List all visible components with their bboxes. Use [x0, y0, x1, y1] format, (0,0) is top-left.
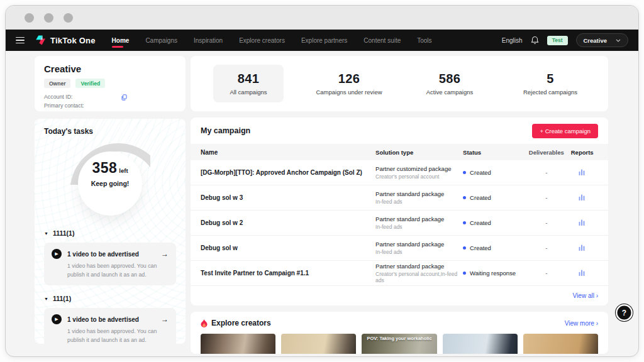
creator-thumbnail[interactable] — [443, 334, 518, 354]
creator-thumbnail[interactable]: POV: Taking your workaholic — [362, 334, 436, 354]
tasks-remaining-unit: left — [119, 167, 128, 174]
main-column: 841 All campaigns 126 Campaigns under re… — [191, 56, 608, 354]
window-control-dot[interactable] — [64, 13, 73, 23]
account-dropdown-label: Creative — [584, 37, 608, 44]
task-item[interactable]: ▶ 1 video to be advertised → 1 video has… — [44, 243, 176, 285]
status-text: Waiting response — [470, 270, 516, 277]
status-text: Created — [470, 169, 491, 176]
status-dot-icon — [463, 272, 466, 275]
view-all-link[interactable]: View all › — [573, 292, 598, 299]
task-group-toggle[interactable]: ▼ 111(1) — [44, 295, 176, 302]
top-navbar: TikTok One Home Campaigns Inspiration Ex… — [6, 30, 638, 51]
reports-chart-icon[interactable] — [579, 219, 586, 226]
task-item[interactable]: ▶ 1 video to be advertised → 1 video has… — [44, 308, 176, 344]
brand-logo[interactable]: TikTok One — [35, 35, 96, 45]
flame-icon — [201, 319, 208, 327]
deliverables-value: - — [526, 244, 566, 251]
table-row[interactable]: [DG-Morph][TTO]: Approved Anchor Campaig… — [191, 160, 608, 185]
nav-item[interactable]: Campaigns — [145, 31, 177, 50]
creator-thumbnails: POV: Taking your workaholic — [201, 334, 598, 354]
tasks-encouragement: Keep going! — [60, 180, 160, 187]
nav-item[interactable]: Content suite — [364, 31, 401, 50]
creator-thumbnail[interactable] — [523, 334, 598, 354]
arrow-right-icon[interactable]: → — [161, 315, 169, 324]
status-dot-icon — [463, 221, 466, 224]
deliverables-value: - — [526, 270, 566, 277]
solution-type: Partner standard package — [375, 241, 458, 248]
profile-card: Creative Owner Verified Account ID: — [35, 56, 186, 111]
table-row[interactable]: Debug sol w 2 Partner standard package I… — [191, 211, 608, 236]
solution-type: Partner standard package — [375, 190, 458, 197]
nav-item[interactable]: Explore partners — [301, 31, 347, 50]
primary-contact-label: Primary contact: — [44, 102, 84, 111]
campaign-name: Debug sol w 3 — [201, 194, 375, 201]
stat-label: Rejected campaigns — [523, 89, 577, 96]
notification-bell-icon[interactable] — [531, 36, 539, 45]
create-campaign-button[interactable]: + Create campaign — [532, 124, 598, 138]
nav-item[interactable]: Home — [112, 31, 130, 50]
thumbnail-caption: POV: Taking your workaholic — [362, 336, 436, 341]
solution-type: Partner customized package — [375, 165, 458, 172]
creator-thumbnail[interactable] — [201, 334, 275, 354]
deliverables-value: - — [526, 169, 566, 176]
solution-type: Partner standard package — [375, 216, 458, 222]
arrow-right-icon[interactable]: → — [161, 250, 169, 258]
stat-tile[interactable]: 586 Active campaigns — [414, 65, 486, 102]
play-icon: ▶ — [52, 314, 62, 324]
brand-name: TikTok One — [50, 36, 96, 45]
campaign-stats-card: 841 All campaigns 126 Campaigns under re… — [191, 56, 608, 111]
stat-block: 126 Campaigns under review — [299, 65, 399, 102]
solution-subtype: Creator's personal account — [375, 173, 458, 180]
stat-block: 841 All campaigns — [198, 65, 299, 102]
stat-label: Active campaigns — [426, 89, 473, 96]
copy-icon[interactable] — [121, 94, 127, 101]
verified-badge: Verified — [75, 79, 105, 88]
window-control-dot[interactable] — [25, 13, 34, 23]
stat-block: 586 Active campaigns — [399, 65, 500, 102]
column-header-deliverables: Deliverables — [526, 149, 566, 156]
account-dropdown[interactable]: Creative — [576, 33, 629, 47]
table-row[interactable]: Debug sol w 3 Partner standard package I… — [191, 185, 608, 211]
stat-tile[interactable]: 126 Campaigns under review — [303, 65, 394, 102]
window-titlebar — [6, 6, 638, 30]
solution-subtype: Creator's personal account,In-feed ads — [375, 271, 458, 283]
stat-block: 5 Rejected campaigns — [500, 65, 601, 102]
play-icon: ▶ — [52, 249, 62, 259]
creator-thumbnail[interactable] — [281, 334, 356, 354]
status-text: Created — [470, 194, 491, 201]
status-text: Created — [470, 244, 491, 251]
solution-subtype: In-feed ads — [375, 224, 458, 230]
stat-tile[interactable]: 841 All campaigns — [213, 65, 284, 102]
chevron-down-icon — [616, 39, 621, 42]
task-group-label: 1111(1) — [53, 229, 74, 237]
reports-chart-icon[interactable] — [579, 270, 586, 276]
tiktok-one-logo-icon — [35, 35, 47, 45]
reports-chart-icon[interactable] — [579, 194, 586, 200]
reports-chart-icon[interactable] — [579, 169, 586, 175]
status-dot-icon — [463, 171, 466, 174]
view-more-link[interactable]: View more › — [565, 320, 598, 327]
left-sidebar: Creative Owner Verified Account ID: — [35, 56, 186, 354]
task-description: 1 video has been approved. You can publi… — [67, 262, 169, 279]
table-row[interactable]: Test Invite Partner to Campaign #1.1 Par… — [191, 261, 608, 286]
language-selector[interactable]: English — [502, 37, 523, 44]
task-group-toggle[interactable]: ▼ 1111(1) — [44, 229, 176, 237]
tasks-title: Today's tasks — [44, 127, 176, 136]
campaign-name: Test Invite Partner to Campaign #1.1 — [201, 270, 375, 277]
stat-tile[interactable]: 5 Rejected campaigns — [511, 65, 590, 102]
owner-badge: Owner — [44, 79, 70, 88]
table-row[interactable]: Debug sol w Partner standard package In-… — [191, 236, 608, 261]
solution-subtype: In-feed ads — [375, 199, 458, 205]
nav-item[interactable]: Explore creators — [239, 31, 285, 50]
stat-value: 841 — [226, 72, 271, 86]
help-button[interactable]: ? — [616, 304, 633, 321]
window-control-dot[interactable] — [44, 13, 53, 23]
solution-type: Partner standard package — [375, 263, 458, 270]
nav-item[interactable]: Tools — [417, 31, 431, 50]
hamburger-menu-icon[interactable] — [16, 37, 25, 44]
nav-item[interactable]: Inspiration — [194, 31, 223, 50]
page-content: Creative Owner Verified Account ID: — [6, 51, 638, 357]
explore-creators-card: Explore creators View more › — [191, 312, 608, 354]
reports-chart-icon[interactable] — [579, 244, 586, 251]
tasks-gauge: 358left Keep going! — [60, 140, 160, 220]
